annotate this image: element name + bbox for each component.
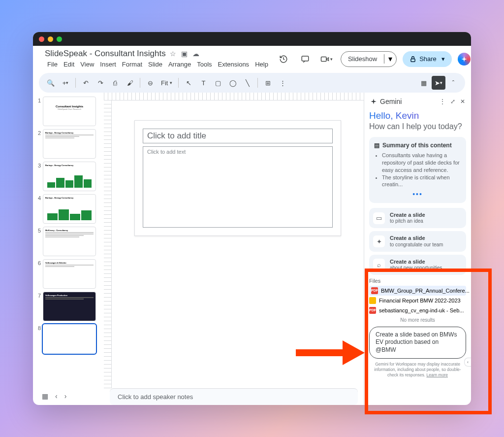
thumbnail-2[interactable]: Barings - Energy Consultancy <box>43 129 96 159</box>
slide-canvas[interactable]: Click to add title Click to add text <box>134 120 341 236</box>
hide-menus-icon[interactable]: ˆ <box>446 76 460 90</box>
toolbar: 🔍 +▾ ↶ ↷ ⎙ 🖌 ⊖ Fit ▾ ↖ T ▢ ◯ ╲ ⊞ ⋮ ▦ ➤▾ … <box>39 73 465 93</box>
slideshow-dropdown[interactable]: ▾ <box>384 54 396 64</box>
share-button[interactable]: Share ▾ <box>403 51 452 67</box>
file-result-selected[interactable]: PDFBMW_Group_PR_Annual_Confere... <box>369 286 466 296</box>
zoom-level-select[interactable]: Fit ▾ <box>158 79 175 87</box>
pdf-icon: PDF <box>371 287 378 294</box>
window-titlebar <box>33 32 471 46</box>
thumbnail-1[interactable]: Consultant InsightsSlideSpeak User Resea… <box>43 97 96 126</box>
file-result[interactable]: PDFsebastiancg_cv_eng-ind-uk - Seb... <box>369 305 466 315</box>
menu-edit[interactable]: Edit <box>61 60 77 69</box>
gemini-sparkle-icon[interactable] <box>458 53 471 66</box>
menu-help[interactable]: Help <box>252 60 271 69</box>
line-tool[interactable]: ╲ <box>241 76 254 90</box>
transition-icon[interactable]: ➤▾ <box>432 76 445 90</box>
menu-format[interactable]: Format <box>120 60 145 69</box>
menu-view[interactable]: View <box>78 60 96 69</box>
cloud-status-icon[interactable]: ☁ <box>192 50 199 58</box>
grid-view-icon[interactable]: ▦ <box>42 392 48 400</box>
menu-tools[interactable]: Tools <box>194 60 214 69</box>
comment-button[interactable]: ⊞ <box>261 76 275 90</box>
menu-arrange[interactable]: Arrange <box>166 60 193 69</box>
gemini-side-panel: Gemini ⋮ ⤢ ✕ Hello, Kevin How can I help… <box>364 93 471 405</box>
paint-format-button[interactable]: 🖌 <box>123 76 137 90</box>
svg-marker-8 <box>343 340 365 365</box>
thumbnail-8[interactable] <box>43 324 96 354</box>
slide-filmstrip: 1Consultant InsightsSlideSpeak User Rese… <box>33 93 104 405</box>
theme-builder-icon[interactable]: ▦ <box>417 76 431 90</box>
menu-file[interactable]: File <box>45 60 60 69</box>
celebrate-icon: ✦ <box>373 235 385 247</box>
slides-file-icon <box>369 297 376 304</box>
summary-expand-button[interactable]: ••• <box>374 190 461 198</box>
summary-bullet: Consultants value having a repository of… <box>382 152 461 174</box>
thumbnail-5[interactable]: McKinsey - Consultancy <box>43 227 96 256</box>
gemini-greeting-name: Hello, Kevin <box>369 110 466 121</box>
search-insight-icon: ⌕ <box>373 259 385 270</box>
minimize-window-button[interactable] <box>48 36 53 42</box>
meet-video-icon[interactable]: ▾ <box>319 51 335 67</box>
thumbnail-4[interactable]: Barings - Energy Consultancy <box>43 194 96 224</box>
annotation-arrow <box>296 340 365 367</box>
zoom-tool-icon[interactable]: ⊖ <box>143 76 157 90</box>
files-section-header: Files <box>369 278 466 284</box>
summary-card[interactable]: ▤Summary of this content Consultants val… <box>369 137 466 203</box>
pdf-icon: PDF <box>369 307 376 314</box>
version-history-icon[interactable] <box>276 51 291 67</box>
more-tools-icon[interactable]: ⋮ <box>276 76 289 90</box>
comments-icon[interactable] <box>297 51 313 67</box>
gemini-panel-title: Gemini <box>380 98 402 105</box>
speaker-notes[interactable]: Click to add speaker notes <box>110 388 358 405</box>
gemini-prompt-input[interactable]: Create a slide based on BMWs EV producti… <box>369 327 466 359</box>
summary-bullet: The storyline is critical when creatin..… <box>382 174 461 189</box>
thumbnail-3[interactable]: Barings - Energy Consultancy <box>43 162 96 191</box>
file-result[interactable]: Financial Report BMW 2022-2023 <box>369 296 466 305</box>
thumbnail-7[interactable]: Volkswagen Production <box>43 292 96 321</box>
slide-body-placeholder[interactable]: Click to add text <box>143 146 333 228</box>
print-button[interactable]: ⎙ <box>108 76 122 90</box>
menu-bar: File Edit View Insert Format Slide Arran… <box>45 60 271 69</box>
redo-button[interactable]: ↷ <box>94 76 107 90</box>
slide-title-placeholder[interactable]: Click to add title <box>143 129 333 143</box>
suggestion-pitch-idea[interactable]: ▭ Create a slideto pitch an idea <box>369 208 466 228</box>
vertical-ruler <box>104 101 112 388</box>
next-slide-icon[interactable]: › <box>64 392 67 400</box>
horizontal-ruler <box>104 93 364 101</box>
gemini-expand-icon[interactable]: ⤢ <box>450 98 455 105</box>
menu-insert[interactable]: Insert <box>97 60 119 69</box>
close-window-button[interactable] <box>39 36 44 42</box>
svg-rect-4 <box>321 57 327 61</box>
prev-slide-icon[interactable]: ‹ <box>55 392 58 400</box>
slideshow-button[interactable]: Slideshow ▾ <box>341 51 397 67</box>
undo-button[interactable]: ↶ <box>79 76 93 90</box>
suggestion-congratulate[interactable]: ✦ Create a slideto congratulate our team <box>369 231 466 251</box>
no-more-results: No more results <box>369 317 466 323</box>
text-box-tool[interactable]: T <box>196 76 210 90</box>
thumbnail-6[interactable]: Volkswagen & Deloitte <box>43 259 96 289</box>
menu-slide[interactable]: Slide <box>146 60 165 69</box>
learn-more-link[interactable]: Learn more <box>426 372 447 377</box>
gemini-more-icon[interactable]: ⋮ <box>440 98 445 105</box>
gemini-disclaimer: Gemini for Workspace may display inaccur… <box>369 362 466 378</box>
svg-rect-7 <box>296 349 345 356</box>
suggestion-opportunities[interactable]: ⌕ Create a slideabout new opportunities <box>369 255 466 275</box>
select-tool[interactable]: ↖ <box>182 76 195 90</box>
new-slide-button[interactable]: +▾ <box>59 76 72 90</box>
image-tool[interactable]: ▢ <box>211 76 225 90</box>
shape-tool[interactable]: ◯ <box>226 76 240 90</box>
document-title[interactable]: SlideSpeak - Consultant Insights <box>45 49 166 59</box>
gemini-close-icon[interactable]: ✕ <box>460 98 465 105</box>
star-icon[interactable]: ☆ <box>170 50 176 58</box>
move-to-folder-icon[interactable]: ▣ <box>181 50 188 58</box>
page-icon: ▭ <box>373 212 385 224</box>
search-menus-icon[interactable]: 🔍 <box>44 76 58 90</box>
maximize-window-button[interactable] <box>57 36 62 42</box>
gemini-greeting-sub: How can I help you today? <box>369 122 466 131</box>
summary-icon: ▤ <box>374 142 379 149</box>
svg-rect-6 <box>411 59 415 62</box>
svg-rect-3 <box>302 56 309 61</box>
collapse-side-panel-button[interactable]: ‹ <box>464 358 471 367</box>
menu-extensions[interactable]: Extensions <box>216 60 252 69</box>
